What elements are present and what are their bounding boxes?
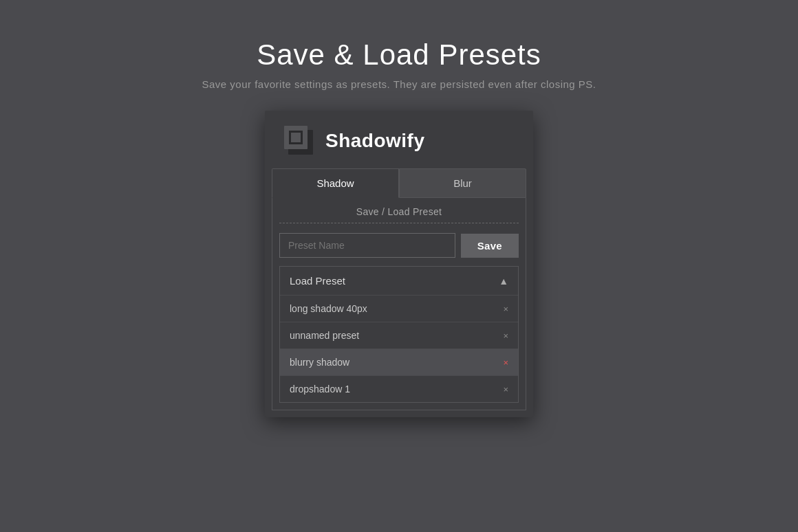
save-load-label: Save / Load Preset — [272, 198, 526, 223]
preset-delete-icon[interactable]: × — [503, 331, 508, 341]
save-button[interactable]: Save — [461, 234, 519, 258]
app-header: Shadowify — [265, 111, 533, 168]
section-divider — [279, 223, 519, 223]
load-preset-header[interactable]: Load Preset ▲ — [280, 267, 518, 295]
save-row: Save — [279, 233, 519, 258]
load-preset-section: Load Preset ▲ long shadow 40px×unnamed p… — [279, 266, 519, 403]
tab-shadow[interactable]: Shadow — [272, 168, 399, 198]
preset-name-input[interactable] — [279, 233, 455, 258]
list-item[interactable]: dropshadow 1× — [280, 375, 518, 402]
preset-delete-icon[interactable]: × — [503, 304, 508, 314]
app-title: Shadowify — [325, 130, 425, 152]
tab-blur[interactable]: Blur — [399, 168, 526, 198]
list-item[interactable]: unnamed preset× — [280, 322, 518, 348]
preset-list: long shadow 40px×unnamed preset×blurry s… — [280, 295, 518, 402]
preset-item-name: long shadow 40px — [290, 303, 367, 314]
tabs-bar: Shadow Blur — [272, 168, 526, 198]
app-logo-icon — [284, 126, 314, 156]
list-item[interactable]: blurry shadow× — [280, 348, 518, 375]
preset-delete-icon[interactable]: × — [503, 384, 508, 395]
chevron-up-icon: ▲ — [499, 276, 508, 287]
panel-content: Save / Load Preset Save Load Preset ▲ lo… — [272, 198, 526, 410]
preset-item-name: blurry shadow — [290, 357, 349, 368]
page-title: Save & Load Presets — [202, 38, 596, 71]
preset-item-name: dropshadow 1 — [290, 384, 350, 395]
page-header: Save & Load Presets Save your favorite s… — [202, 38, 596, 90]
preset-delete-icon[interactable]: × — [503, 357, 508, 368]
preset-item-name: unnamed preset — [290, 330, 359, 341]
load-preset-label: Load Preset — [290, 275, 345, 287]
list-item[interactable]: long shadow 40px× — [280, 295, 518, 322]
app-panel: Shadowify Shadow Blur Save / Load Preset… — [265, 111, 533, 417]
page-subtitle: Save your favorite settings as presets. … — [202, 78, 596, 90]
